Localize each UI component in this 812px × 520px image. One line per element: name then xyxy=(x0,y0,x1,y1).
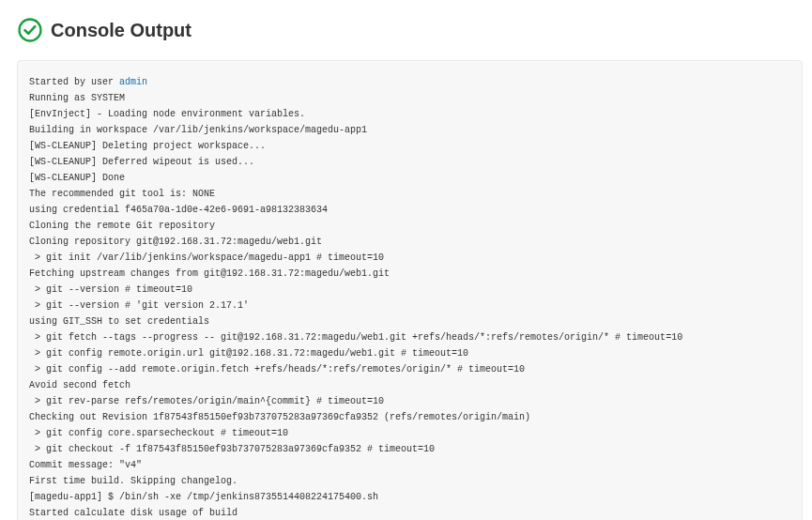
started-by-prefix: Started by user xyxy=(29,77,119,87)
user-link[interactable]: admin xyxy=(119,77,147,87)
success-icon xyxy=(17,17,43,43)
console-output: Started by user admin Running as SYSTEM … xyxy=(17,60,803,520)
console-lines: Running as SYSTEM [EnvInject] - Loading … xyxy=(29,93,682,520)
header: Console Output xyxy=(17,17,803,43)
page-title: Console Output xyxy=(51,20,192,41)
